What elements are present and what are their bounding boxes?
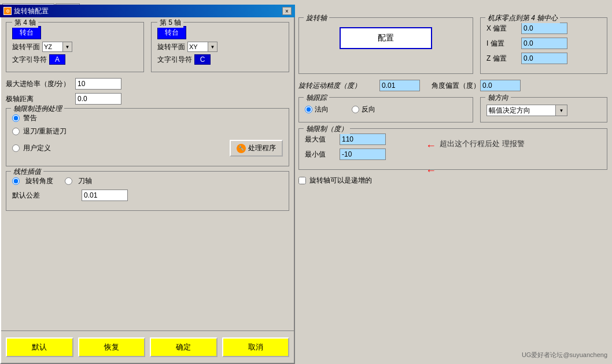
right-panel: 旋转轴 配置 机床零点到第 4 轴中心 X 偏置 I 偏置 Z 偏置 旋转运动精…	[298, 17, 607, 185]
overrun-radio1-row: 警告	[12, 113, 283, 123]
tolerance-label: 默认公差	[12, 191, 82, 200]
dialog-title: 旋转轴配置	[14, 6, 49, 16]
process-button[interactable]: 🔧 处理程序	[230, 140, 283, 157]
z-offset-label: Z 偏置	[486, 54, 521, 64]
arrows-container: ← ←	[426, 140, 436, 177]
axis-dir-arrow[interactable]: ▼	[556, 105, 567, 116]
overrun-radio2[interactable]	[12, 128, 20, 135]
process-icon: 🔧	[237, 144, 246, 153]
interp-row: 旋转角度 刀轴	[12, 176, 283, 186]
min-limit-input[interactable]	[340, 148, 386, 160]
axis4-plane-row: 旋转平面 ▼	[12, 42, 138, 52]
y-offset-row: I 偏置	[486, 38, 601, 49]
axis4-guide-input[interactable]	[49, 54, 65, 65]
max-feed-row: 最大进给率（度/分）	[6, 78, 289, 90]
confirm-button[interactable]: 确定	[150, 337, 217, 357]
incremental-label: 旋转轴可以是递增的	[309, 176, 372, 185]
follower-radio2-label: 反向	[352, 105, 375, 114]
follower-radio2[interactable]	[352, 106, 359, 113]
overrun-title: 轴限制违例处理	[11, 104, 64, 114]
axis-dir-combo: ▼	[486, 105, 601, 116]
interp-title: 线性插值	[11, 167, 43, 177]
interp-section: 线性插值 旋转角度 刀轴 默认公差	[6, 171, 289, 211]
interp-radio1[interactable]	[12, 177, 20, 185]
follower-radio-row: 法向 反向	[305, 102, 467, 114]
incremental-checkbox[interactable]	[298, 177, 306, 184]
y-offset-input[interactable]	[521, 38, 567, 49]
motion-precision-row: 旋转运动精度（度） 角度偏置（度）	[298, 80, 607, 91]
overrun-radio3-row: 用户定义 🔧 处理程序	[12, 140, 283, 157]
max-feed-label: 最大进给率（度/分）	[6, 79, 75, 89]
machine-center-title: 机床零点到第 4 轴中心	[485, 13, 560, 23]
max-limit-input[interactable]	[340, 133, 386, 145]
pole-dist-row: 极轴距离	[6, 93, 289, 105]
axis5-guide-input[interactable]	[194, 54, 211, 65]
motion-precision-input[interactable]	[379, 80, 420, 91]
axis5-type-button[interactable]: 转台	[157, 26, 186, 39]
x-offset-input[interactable]	[521, 23, 567, 34]
annotation-container: ← ← 超出这个行程后处 理报警	[426, 139, 525, 177]
axis-dir-section: 轴方向 ▼	[480, 97, 607, 122]
overrun-radio2-row: 退刀/重新进刀	[12, 127, 283, 136]
dialog-icon: ⚙	[3, 7, 12, 15]
axis-limit-title: 轴限制（度）	[304, 124, 350, 134]
angle-offset-label: 角度偏置（度）	[432, 81, 480, 91]
dialog-buttons: 默认 恢复 确定 取消	[1, 330, 294, 363]
z-offset-input[interactable]	[521, 53, 567, 64]
motion-precision-label: 旋转运动精度（度）	[298, 81, 379, 91]
close-button[interactable]: ×	[282, 7, 292, 15]
axis5-guide-row: 文字引导符	[157, 54, 283, 65]
axis5-plane-combo: ▼	[187, 42, 217, 52]
overrun-option2-label: 退刀/重新进刀	[23, 127, 67, 136]
cancel-button[interactable]: 取消	[222, 337, 290, 357]
z-offset-row: Z 偏置	[486, 53, 601, 64]
annotation-text: 超出这个行程后处 理报警	[440, 139, 525, 149]
overrun-option1-label: 警告	[23, 113, 37, 123]
axis4-guide-label: 文字引导符	[12, 55, 47, 65]
axis5-group: 第 5 轴 转台 旋转平面 ▼ 文字引导符	[151, 22, 289, 72]
rot-axis-title: 旋转轴	[304, 13, 329, 23]
axis5-plane-input[interactable]	[187, 42, 208, 52]
axis-config-row: 第 4 轴 转台 旋转平面 ▼ 文字引导符 第 5 轴	[6, 22, 289, 72]
config-button[interactable]: 配置	[340, 27, 432, 49]
follower-dir-row: 轴跟踪 法向 反向 轴方向 ▼	[298, 97, 607, 122]
x-offset-label: X 偏置	[486, 24, 521, 34]
rp-top-row: 旋转轴 配置 机床零点到第 4 轴中心 X 偏置 I 偏置 Z 偏置	[298, 17, 607, 74]
max-limit-label: 最大值	[305, 135, 340, 144]
axis4-plane-input[interactable]	[42, 42, 63, 52]
checkbox-row: 旋转轴可以是递增的	[298, 176, 607, 185]
overrun-radio3[interactable]	[12, 144, 20, 152]
axis4-plane-arrow[interactable]: ▼	[63, 42, 72, 52]
dialog-content: 第 4 轴 转台 旋转平面 ▼ 文字引导符 第 5 轴	[1, 17, 294, 328]
axis-follower-section: 轴跟踪 法向 反向	[298, 97, 473, 122]
dialog-titlebar: ⚙ 旋转轴配置 ×	[0, 5, 295, 17]
axis4-plane-label: 旋转平面	[12, 42, 40, 52]
axis5-plane-arrow[interactable]: ▼	[208, 42, 217, 52]
axis5-title: 第 5 轴	[157, 18, 183, 28]
angle-offset-input[interactable]	[480, 80, 521, 91]
axis5-plane-row: 旋转平面 ▼	[157, 42, 283, 52]
follower-radio1[interactable]	[305, 106, 312, 113]
axis5-guide-label: 文字引导符	[157, 55, 192, 65]
default-button[interactable]: 默认	[6, 337, 73, 357]
axis5-plane-label: 旋转平面	[157, 42, 185, 52]
axis4-btn-row: 转台	[12, 26, 138, 39]
pole-dist-input[interactable]	[75, 93, 121, 105]
axis-dir-input[interactable]	[486, 105, 556, 116]
axis-limit-container: 轴限制（度） 最大值 最小值 ← ← 超出这个行程后处 理报警	[298, 128, 607, 170]
overrun-radio1[interactable]	[12, 114, 20, 122]
x-offset-row: X 偏置	[486, 23, 601, 34]
axis4-title: 第 4 轴	[12, 18, 38, 28]
pole-dist-label: 极轴距离	[6, 94, 75, 104]
max-feed-input[interactable]	[75, 78, 121, 90]
axis4-type-button[interactable]: 转台	[12, 26, 41, 39]
interp-radio1-label: 旋转角度	[12, 176, 53, 186]
follower-radio1-label: 法向	[305, 105, 329, 114]
axis-follower-title: 轴跟踪	[304, 93, 329, 103]
tolerance-input[interactable]	[82, 190, 128, 201]
main-dialog: ⚙ 旋转轴配置 × 第 4 轴 转台 旋转平面 ▼	[0, 16, 295, 364]
axis4-group: 第 4 轴 转台 旋转平面 ▼ 文字引导符	[6, 22, 144, 72]
overrun-option3-label: 用户定义	[23, 143, 51, 153]
restore-button[interactable]: 恢复	[78, 337, 146, 357]
interp-radio2[interactable]	[65, 177, 72, 185]
